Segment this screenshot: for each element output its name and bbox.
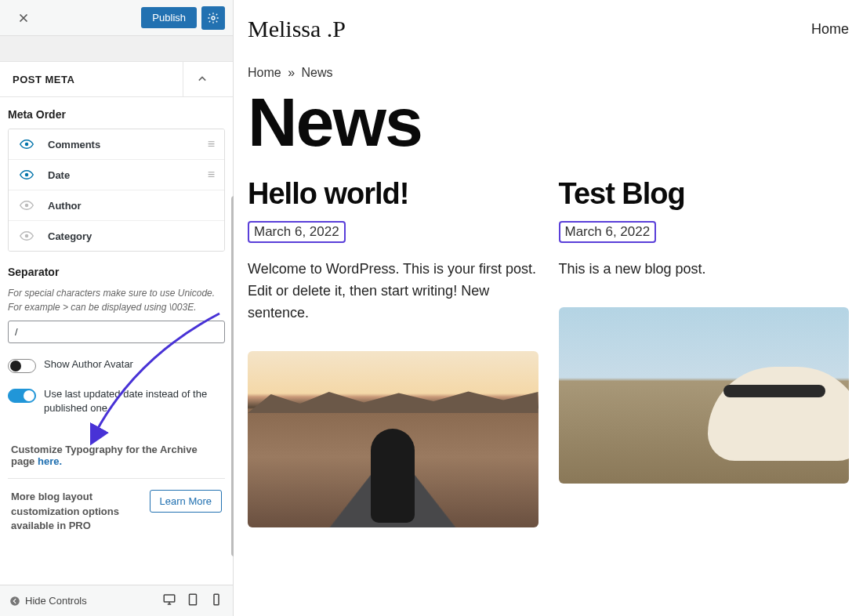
close-button[interactable] — [8, 2, 39, 34]
svg-point-1 — [25, 143, 29, 147]
post-date: March 6, 2022 — [559, 221, 657, 243]
updated-date-toggle-label: Use last updated date instead of the pub… — [44, 387, 225, 415]
eye-icon[interactable] — [18, 198, 35, 212]
site-logo[interactable]: Melissa .P — [248, 16, 346, 42]
panel-header[interactable]: POST META — [0, 61, 233, 97]
svg-point-3 — [25, 204, 29, 208]
svg-point-5 — [10, 596, 20, 606]
sidebar-footer: Hide Controls — [0, 585, 233, 616]
device-mobile-button[interactable] — [209, 592, 223, 610]
eye-icon[interactable] — [18, 168, 35, 182]
meta-label: Category — [48, 230, 215, 242]
svg-rect-8 — [214, 594, 219, 605]
typography-link[interactable]: here. — [38, 455, 62, 467]
panel-title: POST META — [13, 74, 74, 85]
svg-rect-6 — [164, 595, 175, 602]
device-tablet-button[interactable] — [186, 592, 200, 610]
tablet-icon — [186, 592, 200, 607]
meta-order-label: Meta Order — [8, 108, 225, 121]
svg-point-0 — [212, 16, 215, 20]
panel-collapse-toggle[interactable] — [183, 62, 220, 96]
post-date: March 6, 2022 — [248, 221, 346, 243]
device-desktop-button[interactable] — [162, 592, 176, 610]
customizer-sidebar: Publish POST META Meta Order Comments ≡ … — [0, 0, 234, 616]
sidebar-topbar: Publish — [0, 0, 233, 36]
hide-controls-button[interactable]: Hide Controls — [9, 595, 87, 607]
pro-text: More blog layout customization options a… — [11, 490, 142, 533]
pro-upsell: More blog layout customization options a… — [8, 479, 225, 544]
meta-label: Comments — [48, 139, 208, 150]
nav-home-link[interactable]: Home — [811, 21, 849, 38]
post-excerpt: This is a new blog post. — [559, 259, 850, 281]
separator-input[interactable] — [8, 321, 225, 343]
desktop-icon — [162, 592, 176, 607]
page-title: News — [248, 88, 849, 157]
publish-button[interactable]: Publish — [141, 7, 197, 28]
learn-more-button[interactable]: Learn More — [150, 490, 222, 513]
meta-item-author[interactable]: Author — [9, 190, 224, 221]
site-header: Melissa .P Home — [248, 11, 849, 66]
gear-icon — [207, 12, 219, 24]
separator-hint: For special characters make sure to use … — [8, 286, 225, 314]
avatar-toggle-label: Show Author Avatar — [44, 357, 133, 371]
avatar-toggle[interactable] — [8, 359, 36, 373]
post-excerpt: Welcome to WordPress. This is your first… — [248, 259, 538, 324]
meta-item-category[interactable]: Category — [9, 221, 224, 251]
post-featured-image[interactable] — [559, 307, 850, 484]
post-card: Hello world! March 6, 2022 Welcome to Wo… — [248, 179, 538, 527]
post-title[interactable]: Test Blog — [559, 179, 850, 210]
separator-label: Separator — [8, 266, 225, 278]
updated-date-toggle[interactable] — [8, 389, 36, 403]
drag-handle-icon[interactable]: ≡ — [208, 168, 215, 182]
panel-spacer — [0, 36, 233, 61]
post-featured-image[interactable] — [248, 351, 538, 527]
breadcrumb: Home » News — [248, 66, 849, 80]
typography-note: Customize Typography for the Archive pag… — [8, 433, 225, 479]
chevron-left-icon — [9, 596, 20, 607]
meta-item-date[interactable]: Date ≡ — [9, 160, 224, 190]
posts-grid: Hello world! March 6, 2022 Welcome to Wo… — [248, 179, 849, 527]
meta-label: Author — [48, 200, 215, 212]
panel-body: Meta Order Comments ≡ Date ≡ Author Cate… — [0, 97, 233, 585]
meta-label: Date — [48, 169, 208, 181]
post-card: Test Blog March 6, 2022 This is a new bl… — [559, 179, 850, 527]
close-icon — [16, 11, 31, 25]
breadcrumb-home[interactable]: Home — [248, 66, 281, 79]
chevron-up-icon — [194, 71, 210, 87]
eye-icon[interactable] — [18, 229, 35, 243]
breadcrumb-current: News — [302, 66, 333, 79]
svg-point-2 — [25, 173, 29, 177]
settings-button[interactable] — [201, 6, 225, 30]
meta-order-list: Comments ≡ Date ≡ Author Category — [8, 129, 225, 252]
eye-icon[interactable] — [18, 137, 35, 151]
preview-pane: Melissa .P Home Home » News News Hello w… — [234, 0, 863, 616]
mobile-icon — [209, 592, 223, 607]
meta-item-comments[interactable]: Comments ≡ — [9, 129, 224, 160]
drag-handle-icon[interactable]: ≡ — [208, 137, 215, 151]
post-title[interactable]: Hello world! — [248, 179, 538, 210]
svg-point-4 — [25, 234, 29, 238]
svg-rect-7 — [190, 594, 197, 605]
